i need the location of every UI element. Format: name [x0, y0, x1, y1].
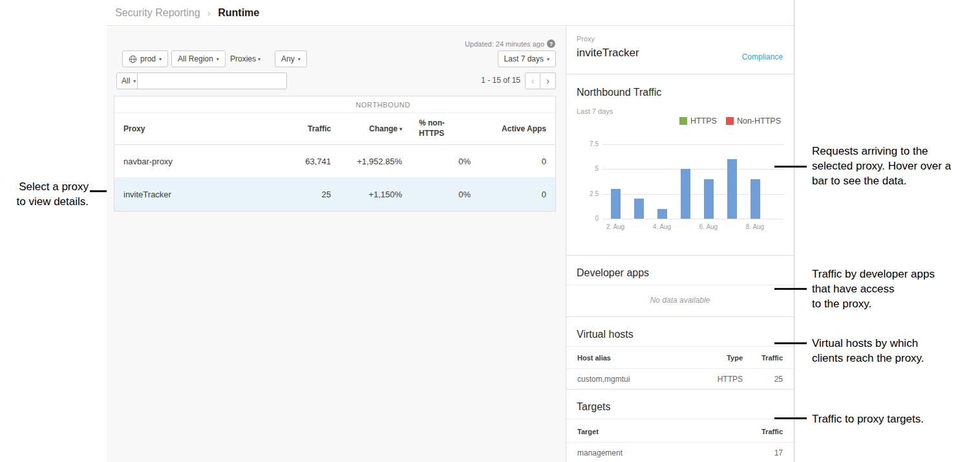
cell-change: +1,150% [331, 190, 402, 199]
virtual-host-row: custom,mgmtui HTTPS 25 [566, 369, 794, 389]
chart-bar[interactable] [611, 189, 621, 219]
help-icon[interactable]: ? [547, 39, 555, 48]
chart-xtick-label: 2. Aug [599, 223, 632, 230]
callout-line-virtual-hosts [774, 342, 807, 344]
northbound-traffic-section: Northbound Traffic Last 7 days HTTPS Non… [566, 75, 794, 256]
chart-legend: HTTPS Non-HTTPS [679, 116, 781, 126]
chart-xtick-label: 4. Aug [646, 223, 678, 230]
chart-gridline [602, 219, 783, 219]
targets-section: Targets Target Traffic management 17 [566, 390, 794, 462]
column-header-change[interactable]: Change ▾ [331, 124, 402, 133]
updated-status: Updated: 24 minutes ago ? [465, 39, 555, 48]
legend-label-https: HTTPS [690, 116, 717, 126]
virtual-hosts-section: Virtual hosts Host alias Type Traffic cu… [566, 317, 794, 390]
caret-down-icon: ▾ [217, 56, 219, 62]
time-range-dropdown[interactable]: Last 7 days ▾ [498, 50, 556, 67]
column-group-row: NORTHBOUND [114, 96, 555, 113]
proxies-dropdown[interactable]: Proxies ▾ [230, 50, 261, 67]
any-filter-label: Any [281, 54, 295, 63]
annotation-select-proxy: Select a proxy to view details. [0, 179, 89, 209]
targets-header-row: Target Traffic [566, 421, 794, 443]
chart-bar[interactable] [634, 199, 644, 219]
northbound-traffic-title: Northbound Traffic [577, 87, 661, 98]
search-input[interactable] [137, 72, 287, 89]
targets-title: Targets [577, 401, 610, 413]
annotation-chart: Requests arriving to the selected proxy.… [812, 144, 980, 188]
any-filter-dropdown[interactable]: Any ▾ [275, 50, 307, 67]
cell-traffic: 25 [295, 190, 331, 199]
chart-xtick-label: 8. Aug [739, 223, 771, 230]
chart-bar[interactable] [751, 179, 760, 219]
compliance-link[interactable]: Compliance [742, 52, 783, 61]
cell-pct-non-https: 0% [402, 190, 471, 199]
section-divider [566, 346, 794, 347]
vh-cell-type: HTTPS [688, 375, 743, 384]
vh-column-traffic: Traffic [743, 354, 783, 362]
target-cell-traffic: 17 [743, 448, 783, 457]
chart-xtick-label: 6. Aug [692, 223, 725, 230]
environment-dropdown[interactable]: prod ▾ [122, 50, 168, 67]
column-header-proxy[interactable]: Proxy [114, 124, 295, 133]
legend-item-non-https: Non-HTTPS [726, 116, 781, 126]
cell-proxy-name: navbar-proxy [114, 157, 295, 166]
column-header-change-label: Change [369, 124, 398, 133]
chart-ytick-label: 7.5 [577, 140, 599, 148]
proxies-table: NORTHBOUND Proxy Traffic Change ▾ % non-… [114, 96, 556, 212]
chart-gridline [602, 169, 783, 170]
virtual-hosts-title: Virtual hosts [577, 329, 634, 340]
section-divider [566, 285, 794, 285]
target-row: management 17 [566, 443, 794, 462]
caret-down-icon: ▾ [133, 78, 136, 84]
proxy-detail-panel: Proxy inviteTracker Compliance Northboun… [566, 27, 794, 462]
chart-bar[interactable] [657, 209, 667, 219]
proxy-table-row[interactable]: navbar-proxy 63,741 +1,952.85% 0% 0 [114, 145, 555, 178]
column-group-northbound: NORTHBOUND [295, 101, 471, 109]
target-cell-name: management [577, 448, 743, 457]
target-column-target: Target [577, 428, 743, 435]
column-header-pct-non-https-label: % non-HTTPS [419, 118, 454, 138]
region-dropdown-label: All Region [178, 54, 213, 63]
page: Select a proxy to view details. Security… [0, 0, 980, 462]
legend-swatch-non-https [726, 117, 734, 125]
column-header-traffic[interactable]: Traffic [295, 124, 331, 133]
callout-line-chart [774, 166, 807, 168]
northbound-traffic-subtitle: Last 7 days [577, 107, 613, 115]
legend-swatch-https [679, 117, 687, 125]
column-header-active-apps[interactable]: Active Apps [471, 124, 555, 133]
proxy-label: Proxy [577, 35, 595, 43]
panel-right-border [794, 0, 794, 462]
table-header-row: Proxy Traffic Change ▾ % non-HTTPS Activ… [114, 113, 555, 145]
globe-icon [129, 55, 137, 63]
breadcrumb-security-reporting[interactable]: Security Reporting [115, 7, 200, 18]
caret-down-icon: ▾ [159, 56, 162, 62]
next-page-button[interactable]: › [540, 72, 556, 89]
target-column-traffic: Traffic [743, 428, 783, 435]
cell-proxy-name: inviteTracker [114, 190, 295, 199]
vh-column-type: Type [688, 354, 743, 362]
annotation-virtual-hosts: Virtual hosts by which clients reach the… [812, 336, 980, 366]
chart-ytick-label: 5 [577, 165, 599, 172]
cell-active-apps: 0 [471, 190, 555, 199]
environment-dropdown-label: prod [140, 54, 156, 63]
caret-down-icon: ▾ [298, 56, 301, 62]
chart-bar[interactable] [681, 169, 690, 219]
chart-bar[interactable] [704, 179, 714, 219]
chart-bar[interactable] [727, 159, 737, 219]
chart-gridline [602, 144, 783, 145]
annotation-targets: Traffic to proxy targets. [812, 412, 980, 426]
northbound-chart: 7.552.502. Aug4. Aug6. Aug8. Aug [577, 140, 785, 242]
previous-page-button[interactable]: ‹ [525, 72, 540, 89]
vh-cell-traffic: 25 [743, 375, 783, 384]
selected-proxy-name: inviteTracker [577, 47, 639, 60]
developer-apps-section: Developer apps No data available [566, 256, 794, 317]
breadcrumb-separator-icon: › [208, 8, 211, 18]
proxies-dropdown-label: Proxies [230, 54, 256, 63]
caret-down-icon: ▾ [547, 56, 549, 62]
vh-column-host-alias: Host alias [577, 354, 688, 362]
main-content: prod ▾ All Region ▾ Proxies ▾ Any ▾ Upda… [107, 27, 566, 462]
region-dropdown[interactable]: All Region ▾ [171, 50, 226, 67]
proxy-table-row[interactable]: inviteTracker 25 +1,150% 0% 0 [114, 178, 555, 211]
vh-cell-host-alias: custom,mgmtui [577, 375, 688, 384]
chart-ytick-label: 0 [577, 215, 599, 222]
column-header-pct-non-https[interactable]: % non-HTTPS [402, 118, 471, 138]
